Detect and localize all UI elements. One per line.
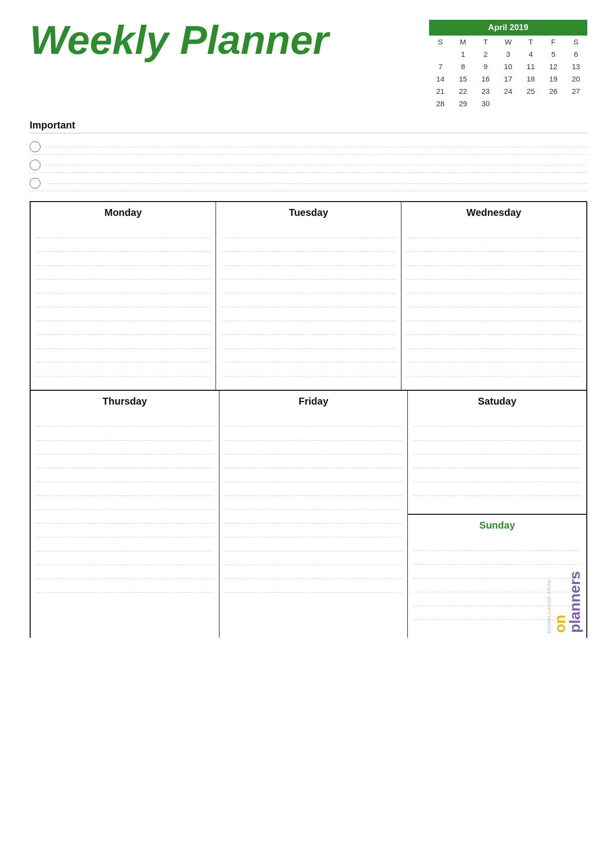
cal-day-header-w: W <box>497 36 520 48</box>
friday-lines <box>224 413 403 593</box>
todo-circle-3 <box>30 178 41 189</box>
cal-date <box>497 97 520 110</box>
wednesday-label: Wednesday <box>406 207 581 218</box>
cal-date: 12 <box>542 60 565 73</box>
right-column: Satuday Sunday <box>408 391 586 638</box>
cal-date: 26 <box>542 85 565 97</box>
cal-date: 29 <box>452 97 475 110</box>
important-label: Important <box>30 120 587 133</box>
cal-date <box>565 97 587 110</box>
satuday-lines <box>413 413 581 496</box>
tuesday-cell: Tuesday <box>216 202 401 390</box>
cal-date: 28 <box>429 97 452 110</box>
tuesday-lines <box>221 224 396 376</box>
calendar-month-year: April 2019 <box>429 20 587 36</box>
brand-on: on <box>553 571 568 633</box>
cal-date: 21 <box>429 85 452 97</box>
cal-date: 1 <box>452 48 475 60</box>
day-row-top: Monday Tuesday <box>31 202 586 391</box>
cal-date: 2 <box>474 48 497 60</box>
cal-date: 3 <box>497 48 520 60</box>
cal-date: 22 <box>452 85 475 97</box>
cal-date <box>429 48 452 60</box>
cal-date: 19 <box>542 73 565 85</box>
todo-item-1 <box>30 136 587 155</box>
monday-cell: Monday <box>31 202 216 390</box>
wednesday-lines <box>406 224 581 376</box>
cal-date: 18 <box>520 73 542 85</box>
page-header: Weekly Planner April 2019 S M T W T F S … <box>30 20 587 110</box>
calendar-grid: S M T W T F S 1 2 3 4 5 6 <box>429 36 587 110</box>
cal-day-header-s2: S <box>565 36 587 48</box>
todo-item-2 <box>30 155 587 173</box>
thursday-cell: Thursday <box>31 391 219 638</box>
cal-date: 17 <box>497 73 520 85</box>
cal-date: 14 <box>429 73 452 85</box>
cal-day-header-s1: S <box>429 36 452 48</box>
cal-date: 15 <box>452 73 475 85</box>
monday-lines <box>36 224 211 376</box>
cal-day-header-f: F <box>542 36 565 48</box>
cal-date: 23 <box>474 85 497 97</box>
cal-date: 5 <box>542 48 565 60</box>
cal-date: 25 <box>520 85 542 97</box>
day-row-bottom: Thursday Friday <box>31 391 586 638</box>
brand-planners: planners <box>568 571 582 633</box>
thursday-lines <box>36 413 214 593</box>
cal-date: 20 <box>565 73 587 85</box>
todo-line-3 <box>45 183 587 184</box>
cal-day-header-t2: T <box>520 36 542 48</box>
cal-date: 7 <box>429 60 452 73</box>
todo-item-3 <box>30 173 587 191</box>
cal-date: 9 <box>474 60 497 73</box>
mini-calendar: April 2019 S M T W T F S 1 2 3 <box>429 20 587 110</box>
cal-date: 4 <box>520 48 542 60</box>
watermark: DOWNLOADED FROM on planners <box>547 571 582 633</box>
todo-circle-1 <box>30 141 41 152</box>
sunday-cell: Sunday DOWNLOADED FROM on planners <box>408 515 586 638</box>
cal-date: 30 <box>474 97 497 110</box>
cal-day-header-t1: T <box>474 36 497 48</box>
todo-line-1 <box>45 147 587 147</box>
cal-date <box>542 97 565 110</box>
todo-line-2 <box>45 165 587 165</box>
cal-date <box>520 97 542 110</box>
satuday-label: Satuday <box>413 396 581 407</box>
todo-circle-2 <box>30 160 41 170</box>
cal-date: 16 <box>474 73 497 85</box>
day-grid: Monday Tuesday <box>30 201 587 638</box>
page-title: Weekly Planner <box>30 20 329 60</box>
cal-date: 11 <box>520 60 542 73</box>
cal-date: 24 <box>497 85 520 97</box>
cal-date: 13 <box>565 60 587 73</box>
cal-day-header-m: M <box>452 36 475 48</box>
satuday-cell: Satuday <box>408 391 586 515</box>
monday-label: Monday <box>36 207 211 218</box>
important-section: Important <box>30 120 587 191</box>
cal-date: 27 <box>565 85 587 97</box>
friday-label: Friday <box>224 396 403 407</box>
thursday-label: Thursday <box>36 396 214 407</box>
cal-date: 10 <box>497 60 520 73</box>
sunday-label: Sunday <box>413 520 581 531</box>
downloaded-from-text: DOWNLOADED FROM <box>547 579 552 633</box>
friday-cell: Friday <box>219 391 408 638</box>
cal-date: 8 <box>452 60 475 73</box>
wednesday-cell: Wednesday <box>401 202 586 390</box>
cal-date: 6 <box>565 48 587 60</box>
tuesday-label: Tuesday <box>221 207 396 218</box>
